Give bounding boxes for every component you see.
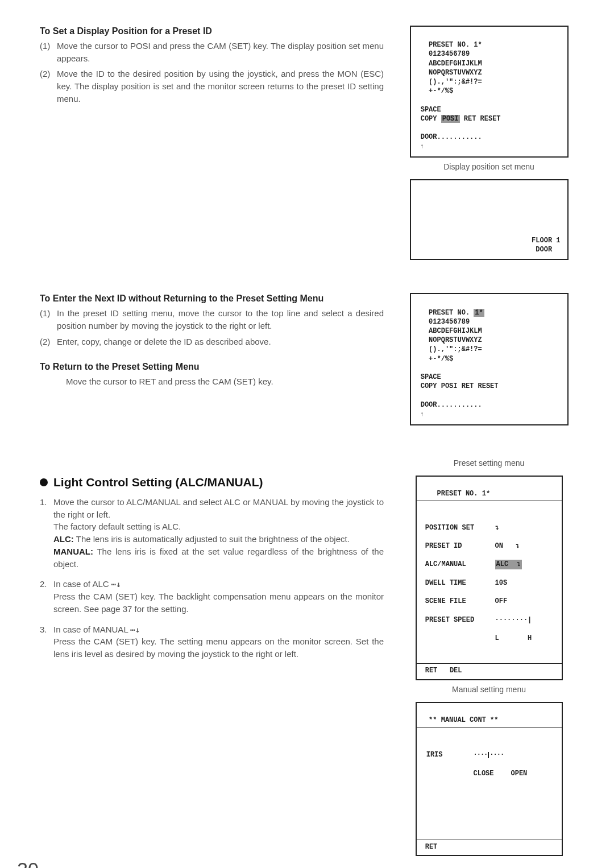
menu-line: DOOR........... xyxy=(417,133,482,141)
step-num: (2) xyxy=(40,68,57,105)
preset-setting-menu-box: PRESET NO. 1* POSITION SET↴ PRESET IDON … xyxy=(416,476,563,680)
menu-line: 0123456789 xyxy=(417,50,470,58)
menu-title: PRESET NO. 1* xyxy=(417,490,491,498)
caption-display-position: Display position set menu xyxy=(443,162,534,171)
step-1: (1) In the preset ID setting menu, move … xyxy=(40,307,384,332)
row-label: POSITION SET xyxy=(421,523,495,532)
heading-return-preset: To Return to the Preset Setting Menu xyxy=(40,361,384,373)
row-val: ON ↴ xyxy=(495,542,520,551)
menu-line: DOOR........... xyxy=(417,401,482,409)
preview-line: DOOR xyxy=(536,246,560,254)
highlighted-alc: ALC ↴ xyxy=(495,560,522,569)
preset-id-menu-box-1: PRESET NO. 1* 0123456789 ABCDEFGHIJKLM N… xyxy=(410,26,569,158)
row-val: ↴ xyxy=(495,523,499,532)
step-body: Press the CAM (SET) key. The setting men… xyxy=(53,636,384,659)
menu-line: PRESET NO. 1* xyxy=(417,41,482,49)
menu-footer: RET xyxy=(421,843,438,851)
page-number: 20 xyxy=(17,858,39,868)
step-num: 2. xyxy=(40,578,53,615)
step-2: (2) Move the ID to the desired position … xyxy=(40,68,384,105)
heading-enter-next-id: To Enter the Next ID without Returning t… xyxy=(40,293,384,305)
step-text: Enter, copy, change or delete the ID as … xyxy=(57,336,384,348)
iris-meter: ········ xyxy=(474,750,504,759)
caption-preset-setting: Preset setting menu xyxy=(454,458,525,468)
submenu-icon: ⋯↓ xyxy=(130,624,140,635)
display-position-preview-box: FLOOR 1 DOOR xyxy=(410,179,569,260)
manual-setting-menu-box: ** MANUAL CONT ** IRIS ········ CLOSEOPE… xyxy=(416,702,563,856)
meter-cursor-icon xyxy=(488,752,489,758)
highlighted-number: 1* xyxy=(474,309,484,317)
manual-label: MANUAL: xyxy=(53,547,93,556)
menu-line: NOPQRSTUVWXYZ xyxy=(417,336,482,344)
alc-label: ALC: xyxy=(53,534,74,544)
cursor-up-icon: ↑ xyxy=(417,143,424,150)
row-val: OFF xyxy=(495,597,508,606)
preview-line: FLOOR 1 xyxy=(532,237,560,245)
heading-light-control: Light Control Setting (ALC/MANUAL) xyxy=(40,476,384,489)
step-lead: In case of ALC xyxy=(53,579,111,589)
row-label: PRESET ID xyxy=(421,542,495,551)
step-body: Press the CAM (SET) key. The backlight c… xyxy=(53,592,384,614)
menu-line: PRESET NO. 1* xyxy=(417,309,484,317)
menu-line: SPACE xyxy=(417,373,441,381)
menu-title: ** MANUAL CONT ** xyxy=(417,716,499,724)
menu-line: ().,'":;&#!?= xyxy=(417,78,482,86)
row-val: 10S xyxy=(495,578,508,588)
row-label: ALC/MANUAL xyxy=(421,560,495,569)
return-preset-body: Move the cursor to RET and press the CAM… xyxy=(66,375,384,388)
cursor-up-icon: ↑ xyxy=(417,411,424,418)
iris-label: IRIS xyxy=(422,750,474,759)
heading-text: Light Control Setting (ALC/MANUAL) xyxy=(53,476,263,489)
manual-text: The lens iris is fixed at the set value … xyxy=(53,547,384,569)
menu-line: 0123456789 xyxy=(417,318,470,326)
menu-footer: RET DEL xyxy=(421,667,462,675)
step-num: 3. xyxy=(40,623,53,660)
step-1: (1) Move the cursor to POSI and press th… xyxy=(40,40,384,65)
bullet-icon xyxy=(40,478,48,486)
alc-text: The lens iris is automatically adjusted … xyxy=(74,534,350,544)
menu-line: +-*/%$ xyxy=(417,355,454,363)
step-num: (2) xyxy=(40,336,57,348)
light-step-3: 3. In case of MANUAL ⋯↓ Press the CAM (S… xyxy=(40,623,384,660)
close-label: CLOSE xyxy=(474,769,494,778)
step-lead: In case of MANUAL xyxy=(53,625,130,634)
row-val: ········| xyxy=(495,615,532,625)
step-2: (2) Enter, copy, change or delete the ID… xyxy=(40,336,384,348)
open-label: OPEN xyxy=(511,769,528,778)
step-body: Move the cursor to ALC/MANUAL and select… xyxy=(53,497,384,519)
row-label: PRESET SPEED xyxy=(421,615,495,625)
step-text: Move the cursor to POSI and press the CA… xyxy=(57,40,384,65)
caption-manual-setting: Manual setting menu xyxy=(452,685,526,694)
menu-line: SPACE xyxy=(417,106,441,114)
preset-id-menu-box-2: PRESET NO. 1* 0123456789 ABCDEFGHIJKLM N… xyxy=(410,293,569,425)
menu-line: ().,'":;&#!?= xyxy=(417,345,482,353)
submenu-icon: ⋯↓ xyxy=(111,578,121,590)
row-label xyxy=(421,634,495,643)
light-step-1: 1. Move the cursor to ALC/MANUAL and sel… xyxy=(40,496,384,571)
heading-set-display-position: To Set a Display Position for a Preset I… xyxy=(40,26,384,38)
menu-line: ABCDEFGHIJKLM xyxy=(417,327,482,335)
menu-line: COPY POSI RET RESET xyxy=(417,115,501,123)
menu-line: NOPQRSTUVWXYZ xyxy=(417,69,482,77)
menu-line: COPY POSI RET RESET xyxy=(417,382,499,390)
row-label: SCENE FILE xyxy=(421,597,495,606)
step-num: (1) xyxy=(40,40,57,65)
highlighted-posi: POSI xyxy=(441,115,460,123)
steps-set-display-position: (1) Move the cursor to POSI and press th… xyxy=(40,40,384,105)
row-val: L H xyxy=(495,634,532,643)
row-label: DWELL TIME xyxy=(421,578,495,588)
light-step-2: 2. In case of ALC ⋯↓ Press the CAM (SET)… xyxy=(40,578,384,615)
light-control-steps: 1. Move the cursor to ALC/MANUAL and sel… xyxy=(40,496,384,660)
menu-line: ABCDEFGHIJKLM xyxy=(417,60,482,68)
steps-enter-next-id: (1) In the preset ID setting menu, move … xyxy=(40,307,384,348)
step-text: In the preset ID setting menu, move the … xyxy=(57,307,384,332)
step-num: (1) xyxy=(40,307,57,332)
step-extra: The factory default setting is ALC. xyxy=(53,522,181,531)
step-num: 1. xyxy=(40,496,53,571)
step-text: Move the ID to the desired position by u… xyxy=(57,68,384,105)
menu-line: +-*/%$ xyxy=(417,87,454,95)
